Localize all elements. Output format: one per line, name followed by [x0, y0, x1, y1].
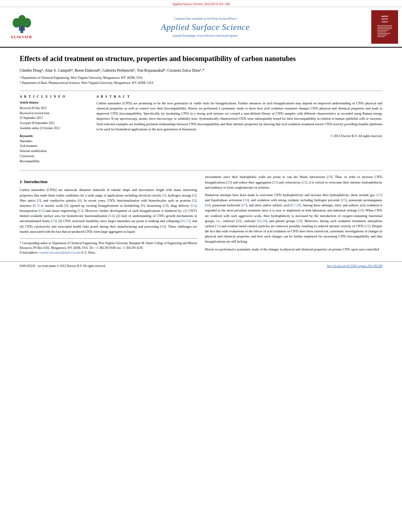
abstract-column: A B S T R A C T Carbon nanotubes (CNTs) …	[96, 95, 382, 164]
ref-4[interactable]: 4	[79, 198, 80, 202]
sciverse-anchor[interactable]: SciVerse ScienceDirect	[207, 17, 237, 20]
with-text: with	[44, 230, 50, 234]
authors-text: Chenbo Dongᵃ, Alan S. Campellᵃ, Reem Eld…	[20, 68, 204, 72]
abstract-label: A B S T R A C T	[96, 95, 382, 98]
doi-link[interactable]: http://dx.doi.org/10.1016/j.apsusc.2012.…	[327, 264, 383, 268]
elsevier-text: ELSEVIER	[11, 35, 32, 39]
keyword-3: Structure modification	[20, 149, 89, 154]
received-revised-date: 25 September 2012	[20, 116, 89, 121]
affiliation-b: ᵇ Department of Basic Pharmaceutical Sci…	[20, 81, 382, 86]
ref-14[interactable]: 14	[110, 214, 113, 218]
received-date: Received 28 July 2012	[20, 106, 89, 111]
history-label: Article history:	[20, 101, 89, 104]
intro-para3: Numerous attempts have been made to over…	[205, 193, 383, 245]
ref-12[interactable]: 12	[40, 209, 44, 213]
journal-cover-image: appliedsurfacescience	[371, 10, 398, 44]
available-date: Available online 23 October 2012	[20, 126, 89, 131]
ref-16-17[interactable]: 16,17	[182, 219, 189, 223]
ref-22b[interactable]: 22	[366, 224, 369, 228]
article-info-label: A R T I C L E I N F O	[20, 95, 89, 98]
ref-19[interactable]: 19	[328, 175, 332, 179]
ref-9[interactable]: 9	[142, 204, 143, 208]
body-col-left: 1. Introduction Carbon nanotubes (CNTs) …	[20, 174, 197, 255]
intro-heading: 1. Introduction	[20, 178, 197, 185]
info-abstract-columns: A R T I C L E I N F O Article history: R…	[20, 95, 382, 164]
ref-20[interactable]: 20	[228, 180, 231, 184]
ref-2[interactable]: 2	[193, 193, 195, 197]
top-citation: Applied Surface Science 264 (2013) 261–2…	[172, 2, 230, 6]
elsevier-logo: ELSEVIER	[4, 10, 39, 44]
ref-24[interactable]: 24	[245, 198, 248, 202]
svg-point-4	[23, 18, 31, 28]
header-divider	[20, 91, 382, 91]
journal-title-center: Contents lists available at SciVerse Sci…	[43, 10, 367, 44]
body-content: 1. Introduction Carbon nanotubes (CNTs) …	[0, 171, 402, 261]
ref-29a[interactable]: 29	[237, 219, 241, 223]
keywords-label: Keywords:	[20, 134, 89, 138]
ref-6-7[interactable]: 6,7	[34, 204, 38, 208]
keyword-5: Biocompatibility	[20, 159, 89, 164]
intro-para4: Herein we performed a systematic study o…	[205, 247, 383, 252]
ref-3[interactable]: 3	[38, 198, 40, 202]
ref-31[interactable]: 31	[216, 224, 220, 228]
article-info-column: A R T I C L E I N F O Article history: R…	[20, 95, 89, 164]
bottom-bar: 0169-4332/$ – see front matter © 2012 El…	[0, 261, 402, 270]
cover-decoration	[377, 25, 392, 39]
ref-21[interactable]: 21	[274, 180, 277, 184]
ref-22[interactable]: 22	[303, 180, 306, 184]
keyword-2: Acid treatment	[20, 144, 89, 149]
ref-11[interactable]: 11	[192, 204, 195, 208]
email-link[interactable]: cerasela-zoica.dinu@mail.wvu.edu	[39, 251, 80, 254]
abstract-text: Carbon nanotubes (CNTs) are promising to…	[96, 101, 382, 132]
received-revised-label: Received in revised form	[20, 111, 89, 116]
affiliations: ᵃ Department of Chemical Engineering, We…	[20, 76, 382, 86]
accepted-date: Accepted 28 September 2012	[20, 121, 89, 126]
cover-title: appliedsurfacescience	[381, 15, 388, 23]
doi-anchor[interactable]: http://dx.doi.org/10.1016/j.apsusc.2012.…	[327, 264, 383, 268]
ref-26[interactable]: 26	[206, 203, 209, 207]
ref-13[interactable]: 13	[79, 209, 82, 213]
ref-27[interactable]: 27	[243, 203, 246, 207]
ref-10[interactable]: 10	[164, 204, 167, 208]
homepage-url[interactable]: www.elsevier.com/locate/apsusc	[197, 34, 238, 37]
journal-main-title: Applied Surface Science	[161, 22, 250, 32]
ref-5[interactable]: 5	[193, 198, 195, 202]
ref-18[interactable]: 18	[161, 224, 165, 228]
ref-26-29[interactable]: 26,29	[258, 219, 266, 223]
ref-15[interactable]: 15	[52, 219, 56, 223]
journal-top-bar: Applied Surface Science 264 (2013) 261–2…	[0, 0, 402, 7]
journal-homepage: journal homepage: www.elsevier.com/locat…	[173, 34, 238, 37]
ref-20b[interactable]: 20	[359, 208, 363, 212]
corresponding-author-note: * Corresponding author at: Department of…	[20, 241, 197, 250]
article-title: Effects of acid treatment on structure, …	[20, 54, 382, 63]
keyword-4: Cytotoxicity	[20, 154, 89, 159]
copyright: © 2012 Elsevier B.V. All rights reserved…	[96, 134, 382, 138]
intro-para1: Carbon nanotubes (CNTs) are nanoscale di…	[20, 187, 197, 234]
intro-para2: enviroments since their hydrophobic wall…	[205, 174, 383, 190]
issn-text: 0169-4332/$ – see front matter © 2012 El…	[20, 264, 106, 268]
sciverse-link: Contents lists available at SciVerse Sci…	[174, 17, 237, 20]
keywords-list: Nanotubes Acid treatment Structure modif…	[20, 139, 89, 164]
ref-6-7-28[interactable]: 6,7,28	[291, 203, 300, 207]
svg-rect-5	[21, 26, 23, 31]
ref-23[interactable]: 23	[378, 193, 382, 197]
footnote-section: * Corresponding author at: Department of…	[20, 238, 197, 255]
main-content: Effects of acid treatment on structure, …	[0, 48, 402, 170]
ref-1[interactable]: 1	[163, 193, 165, 197]
keyword-1: Nanotubes	[20, 139, 89, 144]
affiliation-a: ᵃ Department of Chemical Engineering, We…	[20, 76, 382, 81]
ref-25[interactable]: 25	[342, 198, 346, 202]
elsevier-tree-icon	[11, 15, 33, 34]
journal-header: ELSEVIER Contents lists available at Sci…	[0, 7, 402, 48]
authors-line: Chenbo Dongᵃ, Alan S. Campellᵃ, Reem Eld…	[20, 67, 382, 73]
ref-8[interactable]: 8	[66, 204, 67, 208]
page: Applied Surface Science 264 (2013) 261–2…	[0, 0, 402, 270]
ref-30[interactable]: 30	[298, 219, 301, 223]
body-columns: 1. Introduction Carbon nanotubes (CNTs) …	[20, 174, 382, 255]
body-col-right: enviroments since their hydrophobic wall…	[205, 174, 383, 255]
email-note: E-mail address: cerasela-zoica.dinu@mail…	[20, 250, 197, 255]
